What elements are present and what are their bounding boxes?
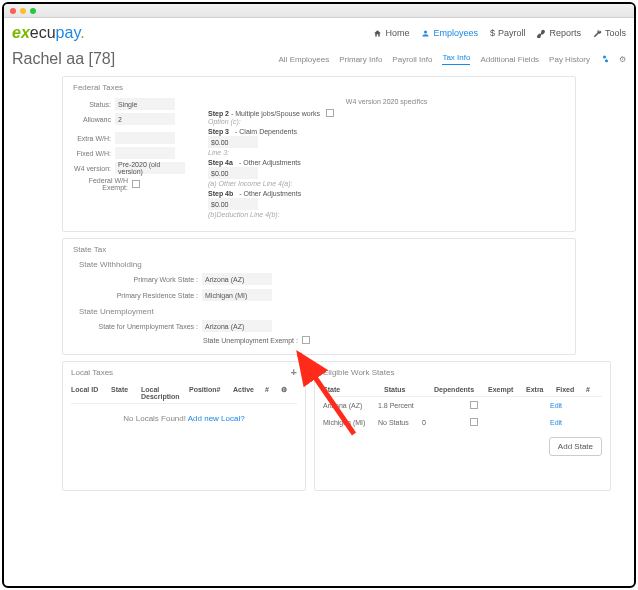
nav-reports[interactable]: Reports [537,28,581,38]
step3-sub: Line 3: [208,149,565,156]
primary-residence-state-label: Primary Residence State : [73,292,198,299]
state-tax-panel: State Tax State Withholding Primary Work… [62,238,576,355]
add-state-button[interactable]: Add State [549,437,602,456]
table-row: Michigan (MI) No Status 0 Edit [323,414,602,431]
tab-payroll-info[interactable]: Payroll Info [392,55,432,64]
tab-tax-info[interactable]: Tax Info [442,53,470,65]
nav-tools[interactable]: Tools [593,28,626,38]
fed-exempt-label: Federal W/H Exempt: [73,177,128,191]
panel-title: Federal Taxes [73,83,565,92]
gear-icon[interactable]: ⚙ [281,386,291,400]
main-nav: Home Employees $Payroll Reports Tools [373,28,626,38]
add-local-icon[interactable]: + [291,366,297,378]
primary-work-state-field[interactable]: Arizona (AZ) [202,273,272,285]
panel-title: Eligible Work States [323,368,602,377]
nav-employees[interactable]: Employees [421,28,478,38]
tab-all-employees[interactable]: All Employees [279,55,330,64]
local-taxes-panel: Local Taxes + Local ID State Local Descr… [62,361,306,491]
person-search-icon[interactable] [600,54,609,65]
status-field[interactable]: Single [115,98,175,110]
dollar-icon: $ [490,28,495,38]
step4a-sub: (a) Other Income Line 4(a): [208,180,565,187]
ews-table-header: State Status Dependents Exempt Extra Fix… [323,383,602,397]
step4a-field[interactable]: $0.00 [208,167,258,179]
page-title: Rachel aa [78] [12,50,115,68]
edit-link[interactable]: Edit [550,419,562,426]
primary-work-state-label: Primary Work State : [73,276,198,283]
wrench-icon [593,29,602,38]
step2-sub: Option (c): [208,118,565,125]
employee-subtabs: All Employees Primary Info Payroll Info … [279,53,626,65]
table-row: Arizona (AZ) 1.8 Percent Edit [323,397,602,414]
window-titlebar [4,4,634,18]
eligible-work-states-panel: Eligible Work States State Status Depend… [314,361,611,491]
fixed-wh-field[interactable] [115,147,175,159]
step2-checkbox[interactable] [326,109,334,117]
nav-payroll[interactable]: $Payroll [490,28,526,38]
unemployment-state-label: State for Unemployment Taxes : [73,323,198,330]
tab-pay-history[interactable]: Pay History [549,55,590,64]
w4-version-label: W4 version: [73,165,111,172]
extra-wh-field[interactable] [115,132,175,144]
step3-field[interactable]: $0.00 [208,136,258,148]
nav-home[interactable]: Home [373,28,409,38]
window-close-icon[interactable] [10,8,16,14]
allowances-field[interactable]: 2 [115,113,175,125]
gear-icon[interactable]: ⚙ [619,55,626,64]
federal-taxes-panel: Federal Taxes Status:Single Allowanc2 Ex… [62,76,576,232]
window-min-icon[interactable] [20,8,26,14]
state-unemployment-header: State Unemployment [79,307,565,316]
home-icon [373,29,382,38]
tab-primary-info[interactable]: Primary Info [339,55,382,64]
panel-title: Local Taxes [71,368,297,377]
fixed-wh-label: Fixed W/H: [73,150,111,157]
allowances-label: Allowanc [73,116,111,123]
edit-link[interactable]: Edit [550,402,562,409]
fed-exempt-checkbox[interactable] [132,180,140,188]
person-icon [421,29,430,38]
tab-additional-fields[interactable]: Additional Fields [480,55,539,64]
panel-title: State Tax [73,245,565,254]
add-new-local-link[interactable]: Add new Local? [188,414,245,423]
exempt-checkbox[interactable] [470,401,478,409]
exempt-checkbox[interactable] [470,418,478,426]
extra-wh-label: Extra W/H: [73,135,111,142]
w4-version-field[interactable]: Pre-2020 (old version) [115,162,185,174]
step4b-sub: (b)Deduction Line 4(b): [208,211,565,218]
status-label: Status: [73,101,111,108]
w4-2020-header: W4 version 2020 specifics [208,98,565,105]
no-locals-message: No Locals Found! Add new Local? [71,414,297,423]
unemployment-exempt-checkbox[interactable] [302,336,310,344]
local-table-header: Local ID State Local Description Positio… [71,383,297,404]
app-logo: execupay. [12,24,85,42]
link-icon [537,29,546,38]
step4b-field[interactable]: $0.00 [208,198,258,210]
window-max-icon[interactable] [30,8,36,14]
unemployment-exempt-label: State Unemployment Exempt : [203,337,298,344]
state-withholding-header: State Withholding [79,260,565,269]
primary-residence-state-field[interactable]: Michigan (MI) [202,289,272,301]
unemployment-state-field[interactable]: Arizona (AZ) [202,320,272,332]
